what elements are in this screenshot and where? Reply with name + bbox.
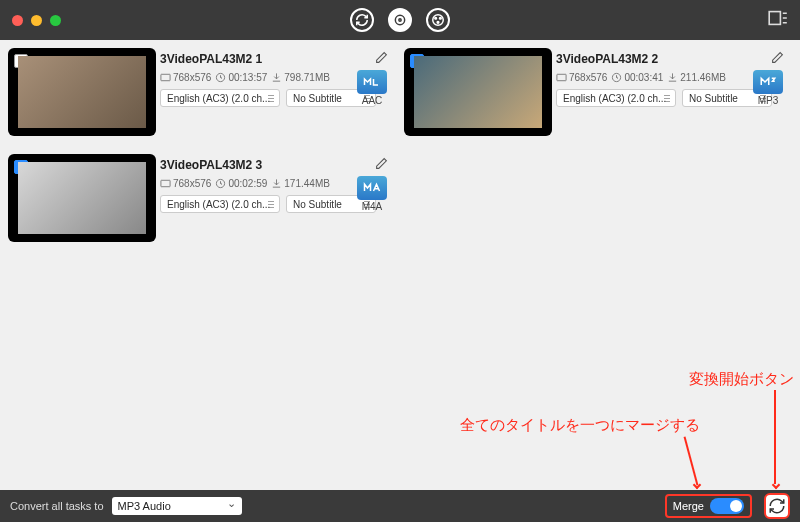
thumbnail [414, 56, 542, 128]
merge-control: Merge [665, 494, 752, 518]
thumbnail-wrap[interactable]: ✓ [8, 154, 156, 242]
audio-track-select[interactable]: English (AC3) (2.0 ch... [556, 89, 676, 107]
duration: 00:03:41 [611, 72, 663, 83]
svg-rect-11 [161, 180, 170, 186]
video-card: ✓ 3VideoPAL43M2 2 768x576 00:03:41 211.4… [404, 48, 790, 144]
filesize: 171.44MB [271, 178, 330, 189]
filesize: 211.46MB [667, 72, 726, 83]
tab-video-icon[interactable] [426, 8, 450, 32]
svg-rect-9 [557, 74, 566, 80]
close-window[interactable] [12, 15, 23, 26]
video-card: ✓ 3VideoPAL43M2 3 768x576 00:02:59 171.4… [8, 154, 394, 250]
video-title: 3VideoPAL43M2 3 [160, 158, 262, 172]
audio-track-select[interactable]: English (AC3) (2.0 ch... [160, 89, 280, 107]
resolution: 768x576 [160, 72, 211, 83]
convert-start-button[interactable] [764, 493, 790, 519]
svg-point-5 [437, 21, 439, 23]
svg-point-0 [395, 15, 404, 24]
video-title: 3VideoPAL43M2 2 [556, 52, 658, 66]
edit-icon[interactable] [771, 50, 784, 68]
format-icon [357, 70, 387, 94]
output-format-button[interactable]: AAC [354, 70, 390, 106]
format-icon [753, 70, 783, 94]
convert-all-label: Convert all tasks to [10, 500, 104, 512]
svg-point-3 [435, 17, 437, 19]
duration: 00:13:57 [215, 72, 267, 83]
edit-icon[interactable] [375, 50, 388, 68]
filesize: 798.71MB [271, 72, 330, 83]
global-format-select[interactable]: MP3 Audio [112, 497, 242, 515]
svg-rect-6 [769, 12, 780, 25]
output-format-button[interactable]: MP3 [750, 70, 786, 106]
resolution: 768x576 [556, 72, 607, 83]
video-list: 3VideoPAL43M2 1 768x576 00:13:57 798.71M… [0, 40, 800, 490]
maximize-window[interactable] [50, 15, 61, 26]
format-icon [357, 176, 387, 200]
audio-track-select[interactable]: English (AC3) (2.0 ch... [160, 195, 280, 213]
thumbnail-wrap[interactable] [8, 48, 156, 136]
window-controls [12, 15, 61, 26]
video-card: 3VideoPAL43M2 1 768x576 00:13:57 798.71M… [8, 48, 394, 144]
format-label: AAC [354, 95, 390, 106]
thumbnail [18, 56, 146, 128]
merge-toggle[interactable] [710, 498, 744, 514]
svg-rect-7 [161, 74, 170, 80]
svg-point-4 [439, 17, 441, 19]
mode-tabs [350, 8, 450, 32]
merge-label: Merge [673, 500, 704, 512]
video-title: 3VideoPAL43M2 1 [160, 52, 262, 66]
resolution: 768x576 [160, 178, 211, 189]
bottombar: Convert all tasks to MP3 Audio Merge [0, 490, 800, 522]
titlebar [0, 0, 800, 40]
thumbnail [18, 162, 146, 234]
duration: 00:02:59 [215, 178, 267, 189]
edit-icon[interactable] [375, 156, 388, 174]
format-label: M4A [354, 201, 390, 212]
output-format-button[interactable]: M4A [354, 176, 390, 212]
thumbnail-wrap[interactable]: ✓ [404, 48, 552, 136]
format-label: MP3 [750, 95, 786, 106]
minimize-window[interactable] [31, 15, 42, 26]
tab-disc-icon[interactable] [388, 8, 412, 32]
layout-toggle-icon[interactable] [768, 10, 788, 30]
tab-convert-icon[interactable] [350, 8, 374, 32]
svg-point-1 [399, 19, 401, 21]
